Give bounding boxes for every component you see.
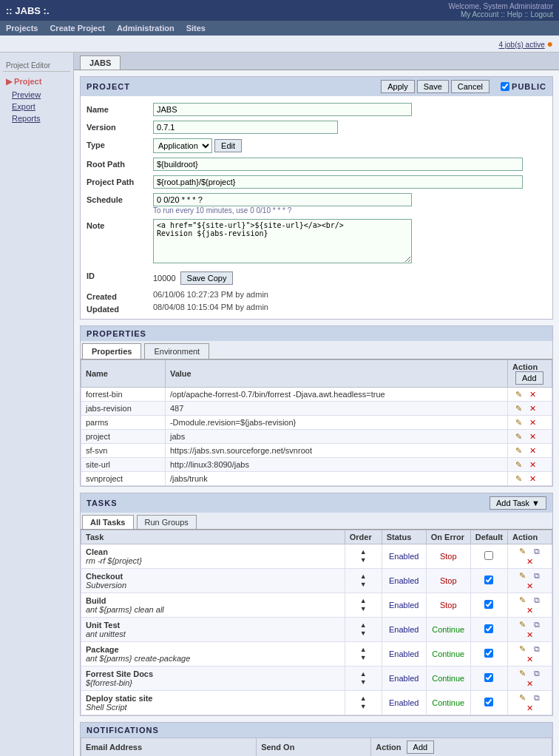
- edit-task-icon[interactable]: ✎: [518, 692, 528, 703]
- order-down-icon[interactable]: ▼: [360, 654, 367, 662]
- delete-task-icon[interactable]: ✕: [525, 581, 535, 591]
- cancel-button[interactable]: Cancel: [451, 80, 489, 93]
- task-default: [470, 666, 507, 691]
- nav-administration[interactable]: Administration: [117, 24, 175, 33]
- nav-create-project[interactable]: Create Project: [50, 24, 105, 33]
- edit-property-icon[interactable]: ✎: [513, 473, 524, 484]
- sidebar-item-reports[interactable]: Reports: [3, 112, 70, 124]
- public-checkbox[interactable]: [501, 82, 509, 91]
- copy-task-icon[interactable]: ⧉: [532, 668, 542, 678]
- add-notification-button[interactable]: Add: [407, 740, 435, 754]
- name-input[interactable]: [153, 103, 412, 116]
- tasks-tab-run-groups[interactable]: Run Groups: [137, 515, 197, 529]
- delete-property-icon[interactable]: ✕: [527, 417, 538, 428]
- copy-task-icon[interactable]: ⧉: [532, 644, 542, 654]
- order-down-icon[interactable]: ▼: [360, 678, 367, 686]
- order-up-icon[interactable]: ▲: [360, 670, 367, 678]
- id-number: 10000: [153, 274, 176, 283]
- copy-task-icon[interactable]: ⧉: [532, 619, 542, 630]
- edit-task-icon[interactable]: ✎: [518, 595, 528, 605]
- delete-task-icon[interactable]: ✕: [525, 605, 535, 615]
- jobs-link[interactable]: 4 job(s) active: [499, 41, 545, 49]
- order-up-icon[interactable]: ▲: [360, 646, 367, 654]
- copy-task-icon[interactable]: ⧉: [532, 570, 542, 581]
- task-default-checkbox[interactable]: [484, 673, 493, 682]
- save-copy-button[interactable]: Save Copy: [180, 271, 234, 285]
- task-default-checkbox[interactable]: [484, 698, 493, 706]
- logout-link[interactable]: Logout: [530, 10, 553, 18]
- edit-property-icon[interactable]: ✎: [513, 389, 524, 399]
- task-default-checkbox[interactable]: [484, 649, 493, 658]
- my-account-link[interactable]: My Account: [461, 10, 499, 18]
- prop-name: sf-svn: [81, 444, 166, 458]
- version-input[interactable]: [153, 121, 338, 134]
- order-up-icon[interactable]: ▲: [360, 548, 367, 556]
- copy-task-icon[interactable]: ⧉: [532, 692, 542, 703]
- task-name: Unit Test ant unittest: [81, 618, 345, 642]
- note-textarea[interactable]: <a href="${site-url}">${site-url}</a><br…: [153, 219, 412, 263]
- delete-property-icon[interactable]: ✕: [527, 403, 538, 414]
- add-task-button[interactable]: Add Task ▼: [489, 496, 546, 510]
- delete-task-icon[interactable]: ✕: [525, 556, 535, 567]
- order-down-icon[interactable]: ▼: [360, 605, 367, 613]
- props-tab-properties[interactable]: Properties: [82, 343, 141, 359]
- delete-property-icon[interactable]: ✕: [527, 459, 538, 470]
- task-order: ▲ ▼: [345, 569, 382, 593]
- save-button[interactable]: Save: [417, 80, 449, 93]
- edit-task-icon[interactable]: ✎: [518, 570, 528, 581]
- delete-task-icon[interactable]: ✕: [525, 654, 535, 664]
- main-layout: Project Editor ▶ Project Preview Export …: [0, 53, 559, 756]
- delete-task-icon[interactable]: ✕: [525, 630, 535, 640]
- delete-property-icon[interactable]: ✕: [527, 389, 538, 399]
- delete-property-icon[interactable]: ✕: [527, 473, 538, 484]
- sidebar-item-export[interactable]: Export: [3, 101, 70, 112]
- order-up-icon[interactable]: ▲: [360, 597, 367, 605]
- project-path-input[interactable]: [153, 175, 523, 189]
- tab-jabs[interactable]: JABS: [80, 55, 121, 70]
- copy-task-icon[interactable]: ⧉: [532, 595, 542, 605]
- props-tab-environment[interactable]: Environment: [144, 343, 209, 359]
- delete-task-icon[interactable]: ✕: [525, 678, 535, 689]
- prop-value: jabs: [165, 430, 507, 444]
- edit-property-icon[interactable]: ✎: [513, 459, 524, 470]
- sidebar-title: Project Editor: [3, 58, 70, 72]
- task-default-checkbox[interactable]: [484, 624, 493, 633]
- nav-sites[interactable]: Sites: [186, 24, 206, 33]
- task-on-error: Continue: [426, 691, 470, 715]
- edit-property-icon[interactable]: ✎: [513, 417, 524, 428]
- copy-task-icon[interactable]: ⧉: [532, 546, 542, 556]
- add-property-button[interactable]: Add: [515, 371, 543, 385]
- order-down-icon[interactable]: ▼: [360, 581, 367, 589]
- order-down-icon[interactable]: ▼: [360, 703, 367, 711]
- tasks-tab-all[interactable]: All Tasks: [82, 515, 134, 529]
- task-default-checkbox[interactable]: [484, 576, 493, 584]
- property-row: project jabs ✎ ✕: [81, 430, 552, 444]
- edit-property-icon[interactable]: ✎: [513, 445, 524, 456]
- order-down-icon[interactable]: ▼: [360, 630, 367, 638]
- order-up-icon[interactable]: ▲: [360, 695, 367, 703]
- edit-task-icon[interactable]: ✎: [518, 619, 528, 630]
- prop-actions: ✎ ✕: [508, 416, 552, 430]
- task-default-checkbox[interactable]: [484, 600, 493, 609]
- delete-task-icon[interactable]: ✕: [525, 703, 535, 713]
- edit-task-icon[interactable]: ✎: [518, 546, 528, 556]
- order-up-icon[interactable]: ▲: [360, 573, 367, 581]
- edit-task-icon[interactable]: ✎: [518, 668, 528, 678]
- type-edit-button[interactable]: Edit: [214, 139, 242, 152]
- help-link[interactable]: Help: [507, 10, 523, 18]
- delete-property-icon[interactable]: ✕: [527, 445, 538, 456]
- order-down-icon[interactable]: ▼: [360, 556, 367, 564]
- schedule-input[interactable]: [153, 193, 412, 206]
- sidebar-item-project[interactable]: ▶ Project: [3, 75, 70, 89]
- apply-button[interactable]: Apply: [381, 80, 415, 93]
- task-default-checkbox[interactable]: [484, 551, 493, 560]
- edit-task-icon[interactable]: ✎: [518, 644, 528, 654]
- sidebar-item-preview[interactable]: Preview: [3, 89, 70, 101]
- delete-property-icon[interactable]: ✕: [527, 431, 538, 442]
- type-select[interactable]: Application: [153, 138, 212, 153]
- root-path-input[interactable]: [153, 158, 523, 171]
- order-up-icon[interactable]: ▲: [360, 621, 367, 630]
- nav-projects[interactable]: Projects: [6, 24, 38, 33]
- edit-property-icon[interactable]: ✎: [513, 431, 524, 442]
- edit-property-icon[interactable]: ✎: [513, 403, 524, 414]
